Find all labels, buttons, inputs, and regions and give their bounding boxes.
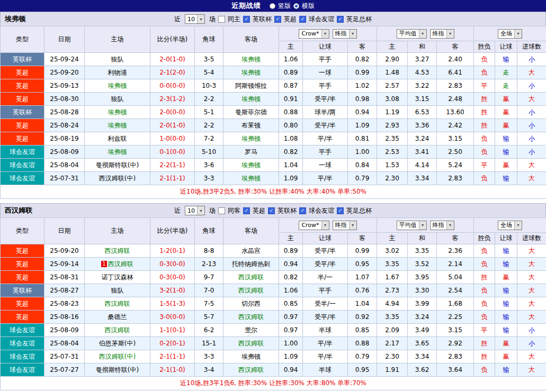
chevron-down-icon: ▾: [419, 221, 426, 230]
result-wdl: 负: [474, 363, 495, 377]
handicap-line: 平手: [303, 79, 348, 93]
same-venue-checkbox[interactable]: [218, 207, 225, 214]
bookmaker-select[interactable]: Crow*▾: [299, 29, 329, 39]
match-count-select[interactable]: 10▾: [185, 14, 205, 24]
sub-column-header: 让球: [495, 233, 517, 244]
match-score: 0-1(0-0): [150, 145, 195, 159]
league-badge: 英超: [1, 271, 44, 284]
same-venue-checkbox[interactable]: [218, 16, 225, 23]
handicap-home-odds: 0.97: [279, 311, 303, 324]
match-score: 2-0(1-0): [150, 53, 195, 66]
match-score: 2-0(1-0): [150, 119, 195, 132]
result-wdl: 负: [474, 258, 495, 271]
match-date: 25-09-13: [44, 79, 85, 93]
result-goals: 小: [517, 337, 546, 350]
match-date: 25-07-31: [44, 350, 85, 363]
vertical-layout-radio[interactable]: [270, 3, 275, 9]
away-team-cell: 里尔: [223, 324, 279, 337]
final-odds-select[interactable]: 终指▾: [333, 221, 357, 230]
final-europe-select[interactable]: 终指▾: [430, 29, 454, 39]
result-handicap: 赢: [495, 350, 517, 363]
fulltime-select-value: 全场: [500, 221, 512, 229]
corner-score: 5-1: [195, 106, 223, 119]
away-team-cell: 埃弗顿: [223, 66, 279, 79]
handicap-home-odds: 0.82: [279, 271, 303, 284]
away-team-cell: 埃弗顿: [223, 53, 279, 66]
europe-home-odds: 2.73: [377, 284, 408, 297]
result-goals: 大: [517, 284, 546, 297]
away-team-name: 西汉姆联: [238, 287, 264, 294]
horizontal-layout-radio[interactable]: [293, 3, 299, 9]
league-filter-checkbox[interactable]: ✓: [299, 207, 306, 214]
match-count-select-value: 10: [187, 16, 195, 23]
match-row: 英超25-08-16桑德兰3-0(0-0)5-7西汉姆联0.97受平/半0.92…: [1, 311, 546, 324]
europe-home-odds: 2.30: [377, 350, 408, 363]
result-wdl: 胜: [474, 350, 495, 363]
final-odds-select[interactable]: 终指▾: [333, 29, 357, 39]
handicap-home-odds: 1.09: [279, 350, 303, 363]
handicap-home-odds: 0.94: [279, 363, 303, 377]
league-badge: 英超: [1, 258, 44, 271]
result-wdl: 负: [474, 145, 495, 159]
sub-column-header: 进球数: [517, 233, 546, 244]
europe-away-odds: 3.15: [437, 132, 474, 145]
league-filter-checkbox[interactable]: ✓: [274, 16, 281, 23]
league-filter-checkbox[interactable]: ✓: [299, 16, 306, 23]
column-header: 客场: [223, 26, 279, 53]
result-wdl: 负: [474, 297, 495, 311]
home-team-cell: 曼彻斯特联(中): [85, 159, 150, 172]
handicap-away-odds: 1.00: [348, 145, 377, 159]
league-filter-label: 球会友谊: [309, 15, 334, 24]
europe-away-odds: 3.64: [437, 363, 474, 377]
league-filter-checkbox[interactable]: ✓: [337, 16, 344, 23]
sections-container: 埃弗顿近10▾场同主✓英联杯✓英超✓球会友谊✓英足总杯类型日期主场比分(半场)角…: [0, 12, 546, 390]
league-filter-label: 英联杯: [278, 206, 297, 215]
chevron-down-icon: ▾: [321, 221, 329, 230]
average-odds-select-value: 平均值: [399, 30, 417, 38]
europe-away-odds: 3.15: [437, 324, 474, 337]
corner-score: 8-8: [195, 244, 223, 258]
results-table: 类型日期主场比分(半场)角球客场Crow*▾终指▾平均值▾终指▾全场▾主让球客主…: [0, 26, 546, 199]
sub-column-header: 胜负: [474, 233, 495, 244]
league-filter-checkbox[interactable]: ✓: [243, 16, 250, 23]
home-team-name: 埃弗顿: [108, 122, 127, 129]
corner-score: 6-2: [195, 324, 223, 337]
europe-away-odds: 2.42: [437, 119, 474, 132]
league-filter-checkbox[interactable]: ✓: [243, 207, 250, 214]
europe-home-odds: 1.19: [377, 106, 408, 119]
fulltime-select[interactable]: 全场▾: [498, 221, 522, 230]
result-wdl: 负: [474, 284, 495, 297]
final-europe-select[interactable]: 终指▾: [430, 221, 454, 230]
result-goals: 小: [517, 145, 546, 159]
match-score: 2-2(1-1): [150, 159, 195, 172]
match-count-select[interactable]: 10▾: [185, 206, 205, 215]
home-team-name: 西汉姆联: [108, 260, 133, 268]
fulltime-select[interactable]: 全场▾: [498, 29, 522, 39]
away-team-cell: 埃弗顿: [223, 93, 279, 106]
league-filter-checkbox[interactable]: ✓: [337, 207, 344, 214]
match-row: 球会友谊25-08-04伯恩茅斯(中)0-2(0-1)15-1西汉姆联1.00平…: [1, 337, 546, 350]
handicap-home-odds: 0.89: [279, 244, 303, 258]
bookmaker-select[interactable]: Crow*▾: [299, 221, 329, 230]
corner-score: 3-6: [195, 159, 223, 172]
handicap-home-odds: 0.88: [279, 106, 303, 119]
europe-draw-odds: 6.53: [408, 106, 437, 119]
europe-away-odds: 2.48: [437, 93, 474, 106]
home-team-cell: 西汉姆联(中): [85, 172, 150, 185]
column-header: 主场: [85, 218, 150, 244]
europe-home-odds: 2.30: [377, 172, 408, 185]
league-filter-checkbox[interactable]: ✓: [268, 207, 275, 214]
final-europe-select-value: 终指: [433, 30, 444, 38]
away-team-cell: 埃弗顿: [223, 350, 279, 363]
away-team-cell: 切尔西: [223, 297, 279, 311]
handicap-away-odds: 0.79: [348, 350, 377, 363]
match-row: 球会友谊25-07-31西汉姆联(中)2-1(1-1)3-3埃弗顿1.09平/半…: [1, 172, 546, 185]
home-team-name: 曼彻斯特联(中): [96, 161, 139, 169]
handicap-line: 受平/半: [303, 119, 348, 132]
average-odds-select[interactable]: 平均值▾: [397, 221, 427, 230]
average-odds-select[interactable]: 平均值▾: [397, 29, 427, 39]
home-team-name: 埃弗顿: [108, 108, 127, 116]
corner-score: 5-4: [195, 66, 223, 79]
league-filter-label: 英超: [253, 206, 265, 215]
match-date: 25-08-23: [44, 297, 85, 311]
